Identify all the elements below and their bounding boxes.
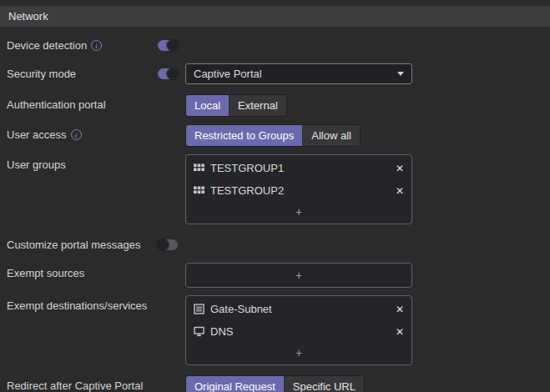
network-settings-panel: Network Device detection i Security mode <box>0 0 550 392</box>
redirect-label-col: Redirect after Captive Portal <box>7 375 185 392</box>
exempt-sources-label-col: Exempt sources <box>7 263 185 284</box>
redirect-segmented: Original Request Specific URL <box>185 375 365 392</box>
row-security-mode: Security mode Captive Portal <box>7 63 543 84</box>
row-device-detection: Device detection i <box>7 35 543 56</box>
exempt-destination-entry: DNS ✕ <box>186 320 411 343</box>
remove-icon[interactable]: ✕ <box>396 327 404 337</box>
row-authentication-portal: Authentication portal Local External <box>7 94 543 117</box>
exempt-destination-entry: Gate-Subnet ✕ <box>186 298 411 320</box>
security-mode-toggle[interactable] <box>158 68 178 79</box>
subnet-icon <box>194 304 204 314</box>
security-mode-label-col: Security mode <box>7 63 185 84</box>
device-detection-label-col: Device detection i <box>7 35 185 56</box>
exempt-destinations-label: Exempt destinations/services <box>7 299 147 312</box>
row-customize-portal-messages: Customize portal messages <box>7 234 543 255</box>
user-access-restricted-button[interactable]: Restricted to Groups <box>186 125 303 146</box>
redirect-specific-url-button[interactable]: Specific URL <box>285 376 364 392</box>
authentication-portal-label: Authentication portal <box>7 98 106 111</box>
remove-icon[interactable]: ✕ <box>396 163 404 173</box>
user-access-label: User access <box>7 128 67 141</box>
security-mode-selected-value: Captive Portal <box>194 68 262 80</box>
exempt-sources-box: + <box>185 263 412 288</box>
user-groups-label: User groups <box>7 158 66 171</box>
exempt-sources-label: Exempt sources <box>7 267 84 279</box>
service-monitor-icon <box>194 326 204 337</box>
customize-portal-label-col: Customize portal messages <box>7 234 185 255</box>
user-groups-label-col: User groups <box>7 154 185 175</box>
exempt-destinations-box: Gate-Subnet ✕ DNS ✕ + <box>185 295 412 365</box>
row-redirect-after-captive-portal: Redirect after Captive Portal Original R… <box>7 375 543 392</box>
customize-portal-messages-toggle[interactable] <box>158 239 178 250</box>
user-access-allow-all-button[interactable]: Allow all <box>303 125 360 146</box>
user-group-icon <box>194 163 204 173</box>
authentication-portal-segmented: Local External <box>185 94 287 117</box>
toggle-knob-icon <box>167 68 178 79</box>
user-groups-box: TESTGROUP1 ✕ TESTGROUP2 ✕ + <box>185 154 412 224</box>
auth-portal-local-button[interactable]: Local <box>186 95 230 116</box>
redirect-original-request-button[interactable]: Original Request <box>186 376 285 392</box>
row-user-access: User access i Restricted to Groups Allow… <box>7 124 543 147</box>
remove-icon[interactable]: ✕ <box>396 304 404 314</box>
user-group-name: TESTGROUP2 <box>210 184 284 197</box>
redirect-after-captive-portal-label: Redirect after Captive Portal <box>7 379 143 392</box>
exempt-sources-add-button[interactable]: + <box>186 265 411 285</box>
user-group-name: TESTGROUP1 <box>210 162 284 174</box>
device-detection-toggle[interactable] <box>158 40 178 51</box>
user-access-label-col: User access i <box>7 124 185 145</box>
panel-body: Device detection i Security mode Captive… <box>0 27 550 392</box>
user-group-icon <box>194 185 204 196</box>
auth-portal-external-button[interactable]: External <box>230 95 286 116</box>
exempt-destinations-label-col: Exempt destinations/services <box>7 295 185 316</box>
row-user-groups: User groups TESTGROUP1 ✕ <box>7 154 543 224</box>
row-exempt-destinations: Exempt destinations/services Gate-Subnet… <box>7 295 543 365</box>
remove-icon[interactable]: ✕ <box>396 186 404 196</box>
exempt-destination-name: Gate-Subnet <box>210 303 272 315</box>
user-access-segmented: Restricted to Groups Allow all <box>185 124 361 147</box>
user-group-entry: TESTGROUP2 ✕ <box>186 179 411 202</box>
info-icon[interactable]: i <box>91 40 102 51</box>
toggle-knob-icon <box>158 239 169 250</box>
section-title: Network <box>8 10 48 23</box>
row-exempt-sources: Exempt sources + <box>7 263 543 288</box>
dropdown-caret-icon <box>397 72 404 76</box>
user-groups-add-button[interactable]: + <box>186 202 411 222</box>
exempt-destination-name: DNS <box>210 325 233 338</box>
security-mode-select[interactable]: Captive Portal <box>185 63 412 84</box>
security-mode-label: Security mode <box>7 68 76 80</box>
toggle-knob-icon <box>167 40 178 51</box>
customize-portal-messages-label: Customize portal messages <box>7 239 140 251</box>
user-group-entry: TESTGROUP1 ✕ <box>186 157 411 179</box>
authentication-portal-label-col: Authentication portal <box>7 94 185 115</box>
info-icon[interactable]: i <box>71 129 82 140</box>
exempt-destinations-add-button[interactable]: + <box>186 343 411 363</box>
device-detection-label: Device detection <box>7 39 87 52</box>
section-header-network: Network <box>0 6 550 27</box>
